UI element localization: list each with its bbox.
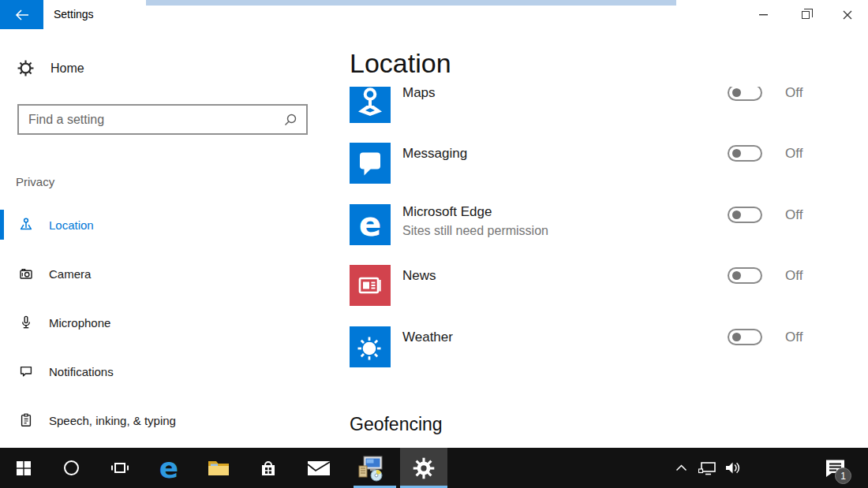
sidebar-item-camera[interactable]: Camera — [0, 256, 339, 291]
restore-icon — [802, 11, 810, 19]
edge-toggle[interactable] — [728, 207, 762, 223]
page-header: Location — [340, 29, 868, 87]
toggle-state-label: Off — [785, 330, 803, 345]
toggle-knob — [732, 333, 741, 341]
installer-icon — [357, 455, 384, 482]
taskbar: e — [0, 448, 868, 488]
windows-logo-icon — [17, 461, 31, 475]
settings-gear-icon — [413, 457, 435, 479]
sidebar-item-label: Notifications — [49, 365, 114, 378]
sidebar-section-privacy: Privacy — [16, 175, 54, 188]
toggle-knob — [732, 88, 741, 97]
speech-inking-typing-icon — [17, 412, 35, 428]
selection-indicator — [0, 210, 4, 240]
tray-chevron-button[interactable] — [667, 448, 695, 488]
sidebar-item-microphone[interactable]: Microphone — [0, 305, 339, 340]
edge-tile-icon: e — [350, 204, 391, 245]
edge-e-glyph: e — [359, 208, 382, 241]
file-explorer-icon — [208, 460, 230, 477]
toggle-knob — [732, 149, 741, 158]
search-icon[interactable] — [275, 113, 306, 127]
app-row-news: News Off — [350, 265, 862, 306]
gear-icon — [17, 60, 34, 76]
window-controls — [743, 0, 868, 29]
sidebar-item-home[interactable]: Home — [17, 60, 84, 76]
task-view-button[interactable] — [101, 448, 139, 488]
edge-icon: e — [159, 454, 178, 482]
back-button[interactable] — [0, 0, 43, 29]
messaging-toggle[interactable] — [728, 145, 762, 162]
sidebar-item-location[interactable]: Location — [0, 207, 339, 242]
settings-taskbar-button[interactable] — [405, 448, 443, 488]
page-title: Location — [350, 48, 451, 79]
sidebar-home-label: Home — [51, 61, 84, 76]
close-button[interactable] — [826, 0, 868, 29]
app-row-weather: Weather Off — [350, 326, 862, 367]
app-name: Microsoft Edge — [402, 204, 492, 220]
edge-taskbar-button[interactable]: e — [150, 448, 188, 488]
sidebar-item-speech-inking-typing[interactable]: Speech, inking, & typing — [0, 403, 339, 438]
app-name: News — [402, 268, 436, 284]
maps-toggle[interactable] — [728, 84, 762, 101]
weather-toggle[interactable] — [728, 329, 762, 345]
sidebar-item-label: Location — [49, 218, 94, 232]
toggle-state-label: Off — [785, 207, 803, 223]
app-row-messaging: Messaging Off — [350, 143, 862, 184]
toggle-knob — [732, 210, 741, 219]
toggle-state-label: Off — [785, 85, 803, 101]
maps-tile-icon — [350, 82, 391, 123]
camera-icon — [17, 266, 35, 281]
restore-button[interactable] — [784, 0, 826, 29]
search-input[interactable] — [19, 113, 275, 127]
cortana-button[interactable] — [52, 448, 90, 488]
toggle-state-label: Off — [785, 146, 803, 162]
mail-icon — [307, 460, 331, 476]
store-icon — [259, 459, 278, 478]
messaging-tile-icon — [350, 143, 391, 184]
app-row-maps: Maps Off — [350, 82, 862, 123]
start-button[interactable] — [5, 448, 43, 488]
sidebar-item-label: Camera — [49, 267, 91, 281]
sidebar-item-label: Microphone — [49, 316, 110, 330]
notifications-icon — [17, 363, 35, 379]
minimize-icon — [759, 14, 768, 16]
app-row-microsoft-edge: e Microsoft Edge Sites still need permis… — [350, 204, 862, 245]
cortana-icon — [64, 460, 79, 475]
location-icon — [17, 217, 35, 233]
app-name: Weather — [402, 330, 453, 345]
notification-badge: 1 — [835, 468, 851, 484]
network-tray-button[interactable] — [693, 448, 721, 488]
installer-button[interactable] — [352, 448, 390, 488]
settings-window: Settings Home — [0, 0, 868, 488]
app-subtitle: Sites still need permission — [402, 224, 548, 238]
window-title: Settings — [54, 8, 94, 20]
sidebar-item-label: Speech, inking, & typing — [49, 414, 176, 427]
app-name: Maps — [402, 85, 436, 101]
back-arrow-icon — [15, 9, 29, 20]
top-accent-strip — [146, 0, 676, 6]
news-tile-icon — [350, 265, 391, 306]
chevron-up-icon — [675, 464, 687, 471]
news-toggle[interactable] — [728, 267, 762, 284]
minimize-button[interactable] — [743, 0, 784, 29]
app-name: Messaging — [402, 146, 467, 162]
close-icon — [843, 10, 852, 20]
microphone-icon — [17, 315, 35, 330]
task-view-icon — [110, 461, 129, 475]
network-icon — [698, 461, 716, 475]
settings-search-box[interactable] — [17, 104, 308, 135]
volume-tray-button[interactable] — [718, 448, 746, 488]
section-title-geofencing: Geofencing — [350, 414, 443, 435]
store-button[interactable] — [249, 448, 287, 488]
weather-tile-icon — [350, 326, 391, 367]
file-explorer-button[interactable] — [200, 448, 238, 488]
mail-button[interactable] — [300, 448, 338, 488]
toggle-knob — [732, 271, 741, 280]
sidebar-item-notifications[interactable]: Notifications — [0, 354, 339, 389]
volume-icon — [724, 461, 741, 475]
toggle-state-label: Off — [785, 268, 803, 284]
